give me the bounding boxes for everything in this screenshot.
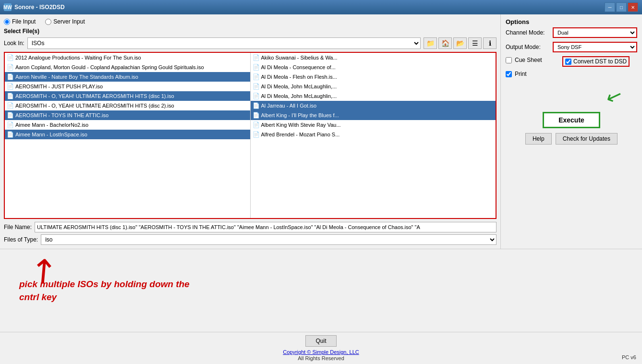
all-rights-text: All Rights Reserved — [3, 355, 639, 361]
filetype-select[interactable]: iso — [41, 234, 497, 245]
file-list-left[interactable]: 📄 2012 Analogue Productions - Waiting Fo… — [5, 53, 251, 218]
annotation-text: pick multiple ISOs by holding down thecn… — [19, 278, 637, 303]
bottom-section: ↗ pick multiple ISOs by holding down the… — [0, 249, 642, 364]
cue-sheet-row: Cue Sheet — [506, 57, 558, 63]
list-item[interactable]: 📄 Albert King - I'll Play the Blues f... — [251, 110, 496, 120]
version-label: PC v6 — [622, 354, 636, 360]
file-icon: 📄 — [7, 102, 13, 109]
close-button[interactable]: ✕ — [628, 2, 638, 12]
file-input-option[interactable]: File Input — [4, 18, 36, 25]
file-input-radio[interactable] — [4, 19, 10, 25]
file-icon: 📄 — [253, 121, 259, 128]
app-icon: MW — [4, 3, 12, 11]
file-icon: 📄 — [7, 54, 13, 61]
convert-dsd-label: Convert DST to DSD — [573, 58, 627, 65]
list-item[interactable]: 📄 Akiko Suwanai - Sibelius & Wa... — [251, 53, 496, 62]
filename-input[interactable] — [35, 222, 497, 232]
home-button[interactable]: 🏠 — [438, 37, 452, 49]
cue-convert-row: Cue Sheet Convert DST to DSD — [506, 56, 637, 67]
restore-button[interactable]: □ — [616, 2, 627, 12]
filetype-row: Files of Type: iso — [4, 234, 497, 245]
check-for-updates-button[interactable]: Check for Updates — [556, 133, 618, 145]
toolbar-icons: 📁 🏠 📂 ☰ ℹ — [424, 37, 497, 49]
look-in-row: Look In: ISOs 📁 🏠 📂 ☰ ℹ — [4, 37, 497, 49]
look-in-label: Look In: — [4, 40, 24, 47]
output-mode-row: Output Mode: Sony DSF DFF WAV — [506, 42, 637, 52]
file-icon: 📄 — [253, 102, 259, 109]
file-icon: 📄 — [253, 83, 259, 90]
server-input-label: Server Input — [53, 18, 85, 25]
list-button[interactable]: ☰ — [468, 37, 482, 49]
input-mode-row: File Input Server Input — [4, 18, 497, 25]
cue-sheet-checkbox[interactable] — [506, 57, 512, 63]
filename-label: File Name: — [4, 224, 32, 231]
down-arrow-icon: ↙ — [603, 83, 626, 109]
right-options-section: Options Channel Mode: Dual Stereo Mono O… — [500, 14, 642, 249]
list-item[interactable]: 📄 Al Di Meola - Flesh on Flesh.is... — [251, 72, 496, 82]
file-icon: 📄 — [253, 73, 259, 80]
server-input-radio[interactable] — [45, 19, 51, 25]
help-update-row: Help Check for Updates — [506, 133, 637, 145]
list-item[interactable]: 📄 Aimee Mann - LostInSpace.iso — [5, 130, 250, 139]
print-row: Print — [506, 71, 637, 77]
list-item[interactable]: 📄 Albert King With Stevie Ray Vau... — [251, 120, 496, 130]
list-item[interactable]: 📄 Al Di Meola, John McLaughlin,... — [251, 82, 496, 91]
file-icon: 📄 — [7, 73, 13, 80]
list-item[interactable]: 📄 Alfred Brendel - Mozart Piano S... — [251, 130, 496, 139]
copyright-link[interactable]: Copyright © Simple Design, LLC — [283, 349, 359, 355]
list-item[interactable]: 📄 2012 Analogue Productions - Waiting Fo… — [5, 53, 250, 62]
print-label: Print — [515, 71, 527, 77]
list-item[interactable]: 📄 Al Jarreau - All I Got.iso — [251, 101, 496, 110]
filetype-label: Files of Type: — [4, 236, 38, 243]
cue-sheet-label: Cue Sheet — [515, 57, 542, 63]
list-item[interactable]: 📄 Aaron Neville - Nature Boy The Standar… — [5, 72, 250, 82]
channel-mode-row: Channel Mode: Dual Stereo Mono — [506, 27, 637, 38]
file-icon: 📄 — [253, 93, 259, 99]
minimize-button[interactable]: ─ — [605, 2, 615, 12]
output-mode-label: Output Mode: — [506, 44, 549, 50]
title-bar: MW Sonore - ISO2DSD ─ □ ✕ — [0, 0, 642, 14]
file-browser: 📄 2012 Analogue Productions - Waiting Fo… — [4, 52, 497, 219]
list-item[interactable]: 📄 AEROSMITH - TOYS IN THE ATTIC.iso — [5, 110, 250, 120]
print-checkbox[interactable] — [506, 71, 512, 77]
file-icon: 📄 — [253, 64, 259, 71]
file-icon: 📄 — [7, 93, 13, 99]
list-item[interactable]: 📄 AEROSMITH - O, YEAH! ULTIMATE AEROSMIT… — [5, 91, 250, 101]
convert-dsd-box: Convert DST to DSD — [562, 56, 630, 67]
file-list-right[interactable]: 📄 Akiko Suwanai - Sibelius & Wa... 📄 Al … — [251, 53, 496, 218]
convert-dst-checkbox[interactable] — [565, 59, 571, 65]
list-item[interactable]: 📄 Al Di Meola - Consequence of... — [251, 62, 496, 72]
main-window: MW Sonore - ISO2DSD ─ □ ✕ File Input Ser… — [0, 0, 642, 364]
select-files-label: Select File(s) — [4, 28, 497, 35]
look-in-select[interactable]: ISOs — [27, 37, 421, 49]
file-icon: 📄 — [253, 131, 259, 138]
filename-row: File Name: — [4, 222, 497, 232]
arrow-area: ↙ — [506, 85, 623, 107]
list-item[interactable]: 📄 Al Di Meola, John McLaughlin,... — [251, 91, 496, 101]
window-title: Sonore - ISO2DSD — [14, 4, 605, 11]
channel-mode-label: Channel Mode: — [506, 29, 549, 36]
help-button[interactable]: Help — [525, 133, 552, 145]
annotation-content: ↗ pick multiple ISOs by holding down the… — [0, 249, 642, 332]
title-buttons: ─ □ ✕ — [605, 2, 638, 12]
server-input-option[interactable]: Server Input — [45, 18, 85, 25]
list-item[interactable]: 📄 AEROSMITH - O, YEAH! ULTIMATE AEROSMIT… — [5, 101, 250, 110]
folder-button[interactable]: 📁 — [424, 37, 437, 49]
file-icon: 📄 — [253, 112, 259, 119]
file-icon: 📄 — [7, 131, 13, 138]
info-button[interactable]: ℹ — [483, 37, 497, 49]
options-title: Options — [506, 18, 637, 25]
middle-section: File Input Server Input Select File(s) L… — [0, 14, 642, 249]
list-item[interactable]: 📄 AEROSMITH - JUST PUSH PLAY.iso — [5, 82, 250, 91]
quit-button[interactable]: Quit — [305, 335, 336, 347]
left-file-section: File Input Server Input Select File(s) L… — [0, 14, 500, 249]
file-icon: 📄 — [253, 54, 259, 61]
bottom-footer: Quit Copyright © Simple Design, LLC All … — [0, 332, 642, 364]
output-mode-select[interactable]: Sony DSF DFF WAV — [553, 42, 637, 52]
list-item[interactable]: 📄 Aimee Mann - BachelorNo2.iso — [5, 120, 250, 130]
file-icon: 📄 — [7, 112, 13, 119]
new-folder-button[interactable]: 📂 — [453, 37, 467, 49]
execute-button[interactable]: Execute — [543, 112, 600, 128]
list-item[interactable]: 📄 Aaron Copland, Morton Gould - Copland … — [5, 62, 250, 72]
channel-mode-select[interactable]: Dual Stereo Mono — [553, 27, 637, 38]
